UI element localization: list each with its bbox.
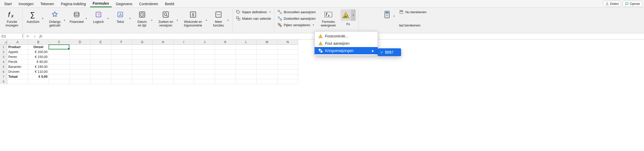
cell-A3[interactable]: Peren: [7, 55, 28, 60]
error-checking-dropdown[interactable]: ▾: [351, 9, 356, 21]
cell-E5[interactable]: [90, 64, 111, 69]
cell-K6[interactable]: [215, 69, 236, 74]
cell-M5[interactable]: [257, 64, 277, 69]
autosum-dropdown[interactable]: ▾: [41, 9, 44, 24]
cell-L2[interactable]: [236, 50, 257, 55]
datetime-button[interactable]: Datum en tijd: [134, 9, 150, 28]
column-header-e[interactable]: E: [90, 40, 111, 45]
cell-J4[interactable]: [194, 60, 215, 64]
enter-formula-button[interactable]: ✓: [31, 34, 38, 39]
cell-E2[interactable]: [90, 50, 111, 55]
cell-F3[interactable]: [111, 55, 132, 60]
logical-dropdown[interactable]: ▾: [106, 9, 110, 24]
column-header-c[interactable]: C: [49, 40, 70, 45]
cell-G3[interactable]: [132, 55, 153, 60]
error-checking-split-button[interactable]: ! ▾: [341, 9, 356, 21]
cell-C6[interactable]: [49, 69, 70, 74]
row-header-4[interactable]: 4: [0, 60, 7, 64]
cell-L5[interactable]: [236, 64, 257, 69]
column-header-a[interactable]: A: [7, 40, 28, 45]
cell-D8[interactable]: [70, 79, 90, 84]
cell-B4[interactable]: € 80,00: [28, 60, 49, 64]
calculate-now-button[interactable]: Nu berekenen: [399, 9, 427, 15]
comments-button[interactable]: Opmer: [623, 1, 642, 7]
cell-I6[interactable]: [174, 69, 194, 74]
cell-I4[interactable]: [174, 60, 194, 64]
cell-D3[interactable]: [70, 55, 90, 60]
cell-K8[interactable]: [215, 79, 236, 84]
cell-G2[interactable]: [132, 50, 153, 55]
calculation-options-dropdown[interactable]: ▾: [392, 9, 396, 19]
define-name-button[interactable]: Naam definiëren ▾: [235, 9, 271, 15]
name-box-stepper[interactable]: ▴▾: [22, 34, 23, 38]
cell-I1[interactable]: [174, 45, 194, 50]
row-header-3[interactable]: 3: [0, 55, 7, 60]
math-dropdown[interactable]: ▾: [204, 9, 208, 28]
cell-J1[interactable]: [194, 45, 215, 50]
cell-N3[interactable]: [277, 55, 298, 60]
tab-invoegen[interactable]: Invoegen: [16, 1, 36, 7]
trace-dependents-button[interactable]: Doelcellen aanwijzen: [277, 16, 316, 21]
cell-K4[interactable]: [215, 60, 236, 64]
cell-L1[interactable]: [236, 45, 257, 50]
recently-used-button[interactable]: Onlangs gebruikt: [47, 9, 63, 28]
cell-C7[interactable]: [49, 74, 70, 79]
cell-G7[interactable]: [132, 74, 153, 79]
cell-L8[interactable]: [236, 79, 257, 84]
cell-C8[interactable]: [49, 79, 70, 84]
cancel-formula-button[interactable]: ✕: [24, 34, 31, 39]
cell-M2[interactable]: [257, 50, 277, 55]
cell-I7[interactable]: [174, 74, 194, 79]
cell-C3[interactable]: [49, 55, 70, 60]
lookup-button[interactable]: Zoeken en verwijzen: [156, 9, 175, 28]
more-functions-dropdown[interactable]: ▾: [226, 9, 230, 28]
cell-B3[interactable]: € 150,00: [28, 55, 49, 60]
cell-A7[interactable]: Totaal: [7, 74, 28, 79]
cell-C1[interactable]: [49, 45, 70, 50]
cell-J5[interactable]: [194, 64, 215, 69]
datetime-dropdown[interactable]: ▾: [150, 9, 154, 28]
cell-F4[interactable]: [111, 60, 132, 64]
cell-K2[interactable]: [215, 50, 236, 55]
column-header-b[interactable]: B: [28, 40, 49, 45]
calculation-options-button[interactable]: [382, 9, 392, 19]
cell-F1[interactable]: [111, 45, 132, 50]
cell-M8[interactable]: [257, 79, 277, 84]
cell-H8[interactable]: [153, 79, 174, 84]
recently-used-dropdown[interactable]: ▾: [63, 9, 66, 28]
tab-tekenen[interactable]: Tekenen: [38, 1, 57, 7]
cell-I8[interactable]: [174, 79, 194, 84]
tab-beeld[interactable]: Beeld: [162, 1, 177, 7]
cell-J3[interactable]: [194, 55, 215, 60]
insert-function-button[interactable]: fx Functie invoegen: [4, 9, 20, 28]
column-header-m[interactable]: M: [257, 40, 277, 45]
cell-G1[interactable]: [132, 45, 153, 50]
cell-N5[interactable]: [277, 64, 298, 69]
cell-B2[interactable]: € 200,00: [28, 50, 49, 55]
cell-K5[interactable]: [215, 64, 236, 69]
cell-J8[interactable]: [194, 79, 215, 84]
cell-A4[interactable]: Perzik: [7, 60, 28, 64]
cell-H3[interactable]: [153, 55, 174, 60]
trace-precedents-button[interactable]: Broncellen aanwijzen: [277, 9, 316, 15]
cell-I5[interactable]: [174, 64, 194, 69]
autosum-button[interactable]: ∑ AutoSom: [25, 9, 41, 24]
text-dropdown[interactable]: ▾: [128, 9, 132, 24]
cell-C5[interactable]: [49, 64, 70, 69]
cell-N6[interactable]: [277, 69, 298, 74]
show-formulas-button[interactable]: fx Formules weergeven: [319, 9, 338, 28]
cell-L4[interactable]: [236, 60, 257, 64]
cell-L6[interactable]: [236, 69, 257, 74]
cell-N2[interactable]: [277, 50, 298, 55]
text-button[interactable]: A Tekst: [112, 9, 128, 24]
select-all-corner[interactable]: [0, 40, 7, 45]
cell-G5[interactable]: [132, 64, 153, 69]
column-header-j[interactable]: J: [194, 40, 215, 45]
cell-I2[interactable]: [174, 50, 194, 55]
menu-item-error-check[interactable]: ! Foutcontrole…: [315, 32, 378, 40]
column-header-h[interactable]: H: [153, 40, 174, 45]
cell-B1[interactable]: Omzet: [28, 45, 49, 50]
cell-A2[interactable]: Appels: [7, 50, 28, 55]
cell-H6[interactable]: [153, 69, 174, 74]
cell-G8[interactable]: [132, 79, 153, 84]
